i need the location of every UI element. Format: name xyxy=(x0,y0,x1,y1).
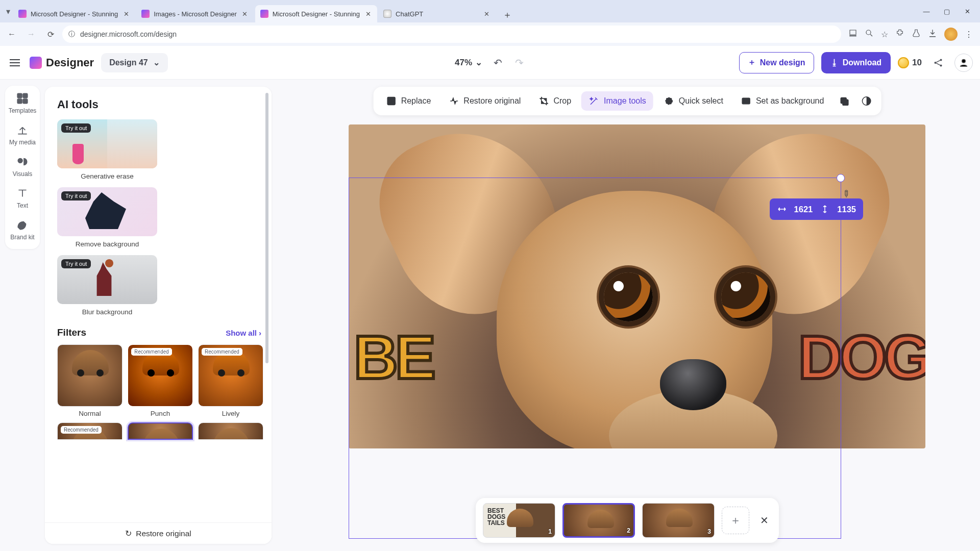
canvas-text-left[interactable]: BE xyxy=(354,322,433,392)
ai-generative-erase[interactable]: Try it out Generative erase xyxy=(57,119,157,180)
restore-original-button[interactable]: Restore original xyxy=(441,91,528,111)
labs-icon[interactable] xyxy=(912,29,921,40)
downloads-icon[interactable] xyxy=(928,29,937,40)
design-name-dropdown[interactable]: Design 47 ⌄ xyxy=(101,53,168,72)
tab-list-dropdown[interactable]: ▾ xyxy=(3,6,13,16)
svg-point-13 xyxy=(666,97,672,104)
address-bar[interactable]: ⓘ designer.microsoft.com/design xyxy=(62,26,841,43)
chevron-down-icon: ⌄ xyxy=(153,58,160,67)
rail-templates[interactable]: Templates xyxy=(7,92,38,114)
page-thumb-3[interactable]: 3 xyxy=(642,503,715,538)
svg-point-4 xyxy=(962,59,966,63)
layer-button[interactable] xyxy=(834,91,853,111)
ai-thumb: Try it out xyxy=(57,255,157,304)
page-thumb-1[interactable]: 1 xyxy=(483,503,555,538)
browser-tab[interactable]: Microsoft Designer - Stunning ✕ xyxy=(255,5,377,22)
close-icon[interactable]: ✕ xyxy=(364,10,372,18)
page-number: 2 xyxy=(627,527,630,534)
ai-thumb: Try it out xyxy=(57,119,157,168)
minimize-icon[interactable]: — xyxy=(921,8,932,15)
rail-label: My media xyxy=(9,139,36,146)
account-button[interactable] xyxy=(954,54,973,72)
ctx-label: Restore original xyxy=(463,96,521,106)
download-button[interactable]: ⭳ Download xyxy=(821,52,891,73)
zoom-control[interactable]: 47% ⌄ xyxy=(455,57,482,68)
canvas-text-right[interactable]: DOG xyxy=(798,322,925,392)
filter-punch[interactable]: Recommended Punch xyxy=(128,344,193,417)
back-button[interactable]: ← xyxy=(4,27,19,42)
tab-title: Images - Microsoft Designer xyxy=(154,10,237,18)
bookmark-icon[interactable]: ☆ xyxy=(881,30,888,39)
site-info-icon[interactable]: ⓘ xyxy=(68,30,75,39)
close-icon[interactable]: ✕ xyxy=(122,10,130,18)
chrome-menu-icon[interactable]: ⋮ xyxy=(965,30,973,39)
browser-tab[interactable]: ChatGPT ✕ xyxy=(378,5,496,22)
show-all-label: Show all xyxy=(226,329,257,337)
zoom-icon[interactable] xyxy=(865,29,874,40)
quick-select-button[interactable]: Quick select xyxy=(656,91,730,111)
filter-lively[interactable]: Recommended Lively xyxy=(198,344,263,417)
maximize-icon[interactable]: ▢ xyxy=(941,8,952,15)
quick-select-icon xyxy=(664,95,675,107)
context-toolbar: Replace Restore original Crop Image tool… xyxy=(374,87,881,115)
rail-visuals[interactable]: Visuals xyxy=(7,155,38,178)
ai-card-label: Generative erase xyxy=(57,172,157,180)
recommended-badge: Recommended xyxy=(61,426,102,434)
dog-illustration xyxy=(456,145,813,448)
ai-blur-background[interactable]: Try it out Blur background xyxy=(57,255,157,316)
page-thumb-2[interactable]: 2 xyxy=(562,503,635,538)
filter-thumb: Recommended xyxy=(128,344,193,407)
close-page-strip[interactable]: ✕ xyxy=(756,513,772,528)
new-tab-button[interactable]: ＋ xyxy=(500,7,515,22)
browser-tab[interactable]: Images - Microsoft Designer ✕ xyxy=(136,5,254,22)
close-window-icon[interactable]: ✕ xyxy=(962,8,973,15)
filter-option-selected[interactable] xyxy=(128,422,193,440)
undo-button[interactable]: ↶ xyxy=(492,57,504,69)
close-icon[interactable]: ✕ xyxy=(241,10,249,18)
share-button[interactable] xyxy=(929,54,947,72)
set-as-background-button[interactable]: Set as background xyxy=(733,91,831,111)
filter-label: Lively xyxy=(198,410,263,417)
canvas-image[interactable]: BE DOG xyxy=(349,124,925,448)
profile-avatar[interactable] xyxy=(944,28,958,41)
filter-option[interactable] xyxy=(198,422,263,440)
replace-button[interactable]: Replace xyxy=(379,91,438,111)
filter-normal[interactable]: Normal xyxy=(57,344,122,417)
crop-button[interactable]: Crop xyxy=(531,91,578,111)
filter-thumb xyxy=(198,422,263,440)
ai-card-label: Blur background xyxy=(57,308,157,316)
extensions-icon[interactable] xyxy=(895,29,904,40)
redo-button[interactable]: ↷ xyxy=(513,57,525,69)
add-page-button[interactable]: ＋ xyxy=(722,507,749,534)
menu-button[interactable] xyxy=(7,55,22,70)
contrast-button[interactable] xyxy=(856,91,876,111)
filter-option[interactable]: Recommended xyxy=(57,422,122,440)
panel-scrollbar[interactable] xyxy=(265,93,268,363)
ai-thumb: Try it out xyxy=(57,187,157,236)
rail-my-media[interactable]: My media xyxy=(7,123,38,146)
svg-point-10 xyxy=(19,227,21,228)
filter-label: Normal xyxy=(57,410,122,417)
svg-rect-16 xyxy=(843,99,848,105)
rail-text[interactable]: Text xyxy=(7,187,38,209)
reload-button[interactable]: ⟳ xyxy=(43,27,58,42)
close-icon[interactable]: ✕ xyxy=(482,10,491,18)
new-design-label: New design xyxy=(760,58,805,67)
forward-button[interactable]: → xyxy=(23,27,39,42)
logo-icon xyxy=(30,57,42,69)
credits-chip[interactable]: 10 xyxy=(898,57,922,68)
new-design-button[interactable]: ＋ New design xyxy=(739,52,814,73)
show-all-filters[interactable]: Show all › xyxy=(226,329,261,337)
restore-original-button[interactable]: ↻ Restore original xyxy=(45,522,272,544)
ctx-label: Quick select xyxy=(679,96,723,106)
install-app-icon[interactable] xyxy=(848,29,857,40)
favicon-icon xyxy=(260,10,268,18)
restore-icon xyxy=(448,95,459,107)
brand-logo[interactable]: Designer xyxy=(30,56,94,69)
image-tools-button[interactable]: Image tools xyxy=(581,91,653,111)
rail-brand-kit[interactable]: Brand kit xyxy=(7,218,38,241)
browser-tab[interactable]: Microsoft Designer - Stunning ✕ xyxy=(13,5,135,22)
zoom-value: 47% xyxy=(455,58,472,68)
ai-remove-background[interactable]: Try it out Remove background xyxy=(57,187,157,248)
chevron-right-icon: › xyxy=(259,329,261,337)
